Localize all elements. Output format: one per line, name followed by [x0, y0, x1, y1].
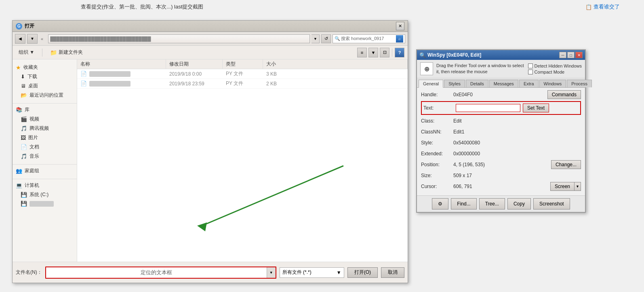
view-mode-btn[interactable]: ⊡ — [380, 48, 389, 57]
sidebar-item-music[interactable]: 🎵 音乐 — [13, 152, 77, 161]
winspy-minimize-btn[interactable]: ─ — [559, 52, 566, 58]
screen-btn[interactable]: Screen — [550, 182, 575, 191]
search-input[interactable] — [341, 36, 395, 41]
sidebar-divider-2 — [13, 164, 77, 165]
bg-text: 查看提交(作业、第一批、批阅、本次...) last提交截图 — [81, 3, 203, 11]
change-btn[interactable]: Change... — [551, 160, 581, 169]
screen-dropdown: Screen ▼ — [548, 182, 581, 191]
library-section: 📚 库 🎬 视频 🎵 腾讯视频 🖼 图片 📄 文档 — [13, 105, 77, 161]
sidebar-item-recent[interactable]: 📂 最近访问的位置 — [13, 91, 77, 100]
class-label: Class: — [421, 118, 453, 124]
col-date[interactable]: 修改日期 — [166, 59, 223, 69]
favorites-title[interactable]: ★ 收藏夹 — [13, 63, 77, 72]
top-right-link[interactable]: 📋 查看谁交了 — [585, 3, 620, 11]
winspy-dialog: 🔍 WinSpy [0xE04F0, Edit] ─ □ ✕ ⊕ Drag th… — [416, 49, 586, 213]
winspy-close-btn[interactable]: ✕ — [575, 52, 583, 58]
cursor-value: 606, 791 — [453, 184, 548, 189]
sidebar-other-drive-label: ████ — [29, 201, 54, 207]
tab-bar: General Styles Details Messages Extra Wi… — [417, 78, 585, 88]
sidebar-item-pictures[interactable]: 🖼 图片 — [13, 133, 77, 142]
checkboxes: Detect Hidden Windows Compact Mode — [528, 63, 582, 74]
dialog-body: ★ 收藏夹 ⬇ 下载 🖥 桌面 📂 最近访问的位置 — [13, 59, 408, 262]
filetype-dropdown-icon: ▼ — [337, 270, 341, 275]
find-btn[interactable]: Find... — [451, 198, 476, 209]
file-icon-0: 📄 — [80, 71, 87, 77]
other-drive-icon: 💾 — [21, 201, 27, 207]
filename-input[interactable] — [46, 267, 267, 278]
dialog-close-btn[interactable]: ✕ — [396, 22, 404, 30]
tab-messages[interactable]: Messages — [489, 80, 518, 87]
detect-hidden-label[interactable]: Detect Hidden Windows — [528, 63, 582, 68]
commands-btn[interactable]: Commands — [547, 90, 581, 99]
toolbar-sep2 — [392, 49, 392, 57]
sidebar-item-tencent[interactable]: 🎵 腾讯视频 — [13, 124, 77, 133]
forward-btn[interactable]: ▼ — [27, 34, 38, 44]
detect-hidden-checkbox[interactable] — [528, 63, 533, 68]
winspy-bottom: ⚙ Find... Tree... Copy Screenshot — [417, 195, 585, 212]
search-submit-btn[interactable]: ⌕ — [396, 35, 403, 42]
gear-action-btn[interactable]: ⚙ — [432, 198, 448, 209]
file-date-1: 2019/9/18 23:59 — [166, 81, 223, 87]
file-row-1[interactable]: 📄 ████████████ 2019/9/18 23:59 PY 文件 2 K… — [77, 79, 408, 89]
winspy-title: 🔍 WinSpy [0xE04F0, Edit] — [419, 52, 481, 58]
filetype-select[interactable]: 所有文件 (*.*) ▼ — [280, 267, 344, 278]
sidebar-item-video[interactable]: 🎬 视频 — [13, 114, 77, 124]
classnn-label: ClassNN: — [421, 129, 453, 135]
refresh-btn[interactable]: ↺ — [321, 34, 331, 43]
style-label: Style: — [421, 140, 453, 146]
tree-btn[interactable]: Tree... — [479, 198, 505, 209]
sidebar-pictures-label: 图片 — [28, 134, 38, 141]
file-name-text-1: ████████████ — [89, 81, 130, 87]
new-folder-btn[interactable]: 📁 新建文件夹 — [47, 48, 86, 57]
search-box: 🔍 ⌕ — [333, 34, 405, 43]
tab-process[interactable]: Process — [567, 80, 592, 87]
recent-icon: 📂 — [21, 92, 27, 98]
compact-mode-label[interactable]: Compact Mode — [528, 70, 582, 74]
view-dropdown-btn[interactable]: ▼ — [368, 48, 378, 57]
text-input[interactable] — [456, 104, 520, 112]
toolbar-right: ≡ ▼ ⊡ ? — [357, 48, 404, 57]
filename-dropdown[interactable]: ▼ — [267, 267, 276, 278]
star-icon: ★ — [16, 64, 21, 71]
dialog-titlebar: G 打开 ✕ — [13, 21, 408, 32]
favorites-label: 收藏夹 — [23, 64, 38, 71]
screenshot-btn[interactable]: Screenshot — [533, 198, 570, 209]
sidebar-item-desktop[interactable]: 🖥 桌面 — [13, 81, 77, 91]
sidebar-item-docs[interactable]: 📄 文档 — [13, 142, 77, 152]
cancel-btn[interactable]: 取消 — [381, 267, 404, 278]
dialog-controls: ✕ — [396, 22, 404, 30]
screen-dropdown-arrow[interactable]: ▼ — [575, 182, 581, 191]
library-title[interactable]: 📚 库 — [13, 105, 77, 114]
finder-tool-icon[interactable]: ⊕ — [420, 62, 433, 75]
position-value: 4, 5 (196, 535) — [453, 162, 549, 167]
tab-styles[interactable]: Styles — [444, 80, 465, 87]
back-btn[interactable]: ◀ — [15, 34, 25, 44]
tab-extra[interactable]: Extra — [519, 80, 539, 87]
col-type[interactable]: 类型 — [223, 59, 263, 69]
copy-btn[interactable]: Copy — [507, 198, 531, 209]
set-text-btn[interactable]: Set Text — [523, 104, 549, 112]
computer-title[interactable]: 💻 计算机 — [13, 181, 77, 190]
file-name-1: 📄 ████████████ — [77, 80, 166, 87]
sidebar-item-other-drive[interactable]: 💾 ████ — [13, 199, 77, 208]
tab-windows[interactable]: Windows — [539, 80, 566, 87]
file-row-0[interactable]: 📄 ████████████ 2019/9/18 0:00 PY 文件 3 KB — [77, 69, 408, 79]
extended-value: 0x00000000 — [453, 151, 581, 157]
sidebar-item-download[interactable]: ⬇ 下载 — [13, 72, 77, 81]
open-btn[interactable]: 打开(O) — [347, 267, 378, 278]
organize-btn[interactable]: 组织 ▼ — [16, 48, 37, 57]
finder-row: ⊕ Drag the Finder Tool over a window to … — [417, 60, 585, 78]
address-path[interactable]: ████████████████████████████████ — [48, 34, 310, 43]
view-toggle-btn[interactable]: ≡ — [357, 48, 367, 57]
tab-details[interactable]: Details — [466, 80, 488, 87]
col-size[interactable]: 大小 — [263, 59, 408, 69]
tab-general[interactable]: General — [419, 80, 443, 88]
address-dropdown[interactable]: ▼ — [311, 34, 320, 43]
winspy-maximize-btn[interactable]: □ — [567, 52, 575, 58]
sidebar-item-cdrive[interactable]: 💾 系统 (C:) — [13, 190, 77, 199]
homegroup-title[interactable]: 👥 家庭组 — [13, 166, 77, 176]
compact-mode-checkbox[interactable] — [528, 70, 533, 74]
handle-label: Handle: — [421, 92, 453, 97]
help-btn[interactable]: ? — [395, 48, 404, 57]
col-name[interactable]: 名称 — [77, 59, 166, 69]
